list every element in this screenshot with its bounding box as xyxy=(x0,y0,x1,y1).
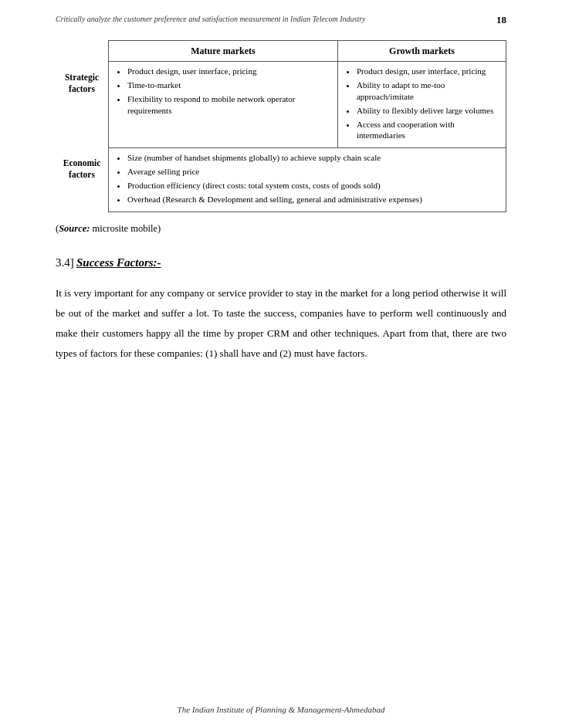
strategic-mature-cell: Product design, user interface, pricing … xyxy=(109,62,338,148)
section-number: 3.4] xyxy=(56,256,74,269)
list-item: Time-to-market xyxy=(127,80,331,91)
strategic-mature-list: Product design, user interface, pricing … xyxy=(115,66,331,116)
section-heading-container: 3.4] Success Factors:- xyxy=(56,256,506,269)
list-item: Ability to adapt to me-too approach/imit… xyxy=(357,80,499,103)
strategic-growth-cell: Product design, user interface, pricing … xyxy=(337,62,506,148)
row-labels: Strategicfactors Economicfactors xyxy=(56,40,108,212)
list-item: Production efficiency (direct costs: tot… xyxy=(127,180,499,191)
list-item: Access and cooperation with intermediari… xyxy=(357,119,499,142)
list-item: Ability to flexibly deliver large volume… xyxy=(357,105,499,117)
economic-factors-cell: Size (number of handset shipments global… xyxy=(109,148,506,212)
factors-table-area: Mature markets Growth markets Product de… xyxy=(108,40,506,212)
figure-container: Strategicfactors Economicfactors Mature … xyxy=(56,40,506,212)
list-item: Overhead (Research & Development and sel… xyxy=(127,194,499,205)
body-paragraph: It is very important for any company or … xyxy=(56,283,506,364)
page-number: 18 xyxy=(496,14,506,26)
list-item: Product design, user interface, pricing xyxy=(357,66,499,77)
economic-factors-row: Size (number of handset shipments global… xyxy=(109,148,506,212)
factors-table: Mature markets Growth markets Product de… xyxy=(108,40,506,212)
footer-text: The Indian Institute of Planning & Manag… xyxy=(178,705,385,714)
economic-factors-list: Size (number of handset shipments global… xyxy=(115,152,499,205)
strategic-factors-row: Product design, user interface, pricing … xyxy=(109,62,506,148)
page-header: Critically analyze the customer preferen… xyxy=(56,14,506,26)
strategic-factors-label: Strategicfactors xyxy=(63,69,100,98)
source-text: microsite mobile) xyxy=(90,223,161,234)
page-container: Critically analyze the customer preferen… xyxy=(0,0,562,728)
header-title: Critically analyze the customer preferen… xyxy=(56,14,366,24)
section-heading: Success Factors:- xyxy=(76,256,161,269)
strategic-growth-list: Product design, user interface, pricing … xyxy=(344,66,499,141)
growth-markets-header: Growth markets xyxy=(337,41,506,62)
list-item: Product design, user interface, pricing xyxy=(127,66,331,77)
source-label: Source: xyxy=(59,223,90,234)
source-line: (Source: microsite mobile) xyxy=(56,223,506,235)
mature-markets-header: Mature markets xyxy=(109,41,338,62)
list-item: Flexibility to respond to mobile network… xyxy=(127,93,331,117)
economic-factors-label: Economicfactors xyxy=(62,154,103,184)
list-item: Average selling price xyxy=(127,166,499,178)
list-item: Size (number of handset shipments global… xyxy=(127,152,499,164)
page-footer: The Indian Institute of Planning & Manag… xyxy=(0,705,562,714)
